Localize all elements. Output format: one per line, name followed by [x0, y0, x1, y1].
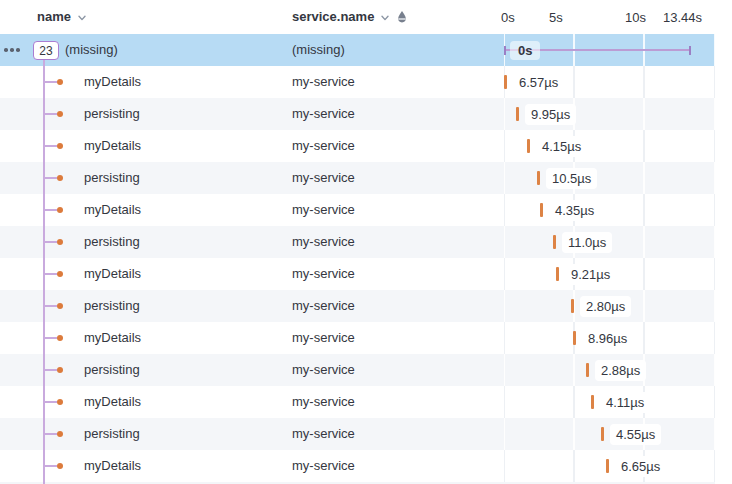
tree-connector [43, 465, 57, 467]
span-duration-tick [601, 427, 604, 441]
column-header-service-name[interactable]: service.name [292, 9, 408, 24]
span-service-name: my-service [292, 194, 355, 226]
span-name: myDetails [84, 322, 141, 354]
span-row[interactable]: myDetails my-service 6.57µs [0, 66, 715, 98]
tree-connector [43, 209, 57, 211]
span-duration-label: 4.35µs [549, 200, 600, 221]
time-axis-tick-label: 0s [501, 10, 515, 25]
timeline-gridline [504, 226, 506, 258]
root-span-name: (missing) [65, 34, 118, 66]
span-row[interactable]: persisting my-service 2.80µs [0, 290, 715, 322]
span-duration-tick [556, 267, 559, 281]
chevron-down-icon [77, 13, 87, 23]
span-row[interactable]: myDetails my-service 9.21µs [0, 258, 715, 290]
span-name: persisting [84, 418, 140, 450]
span-type-dot [57, 463, 63, 469]
span-row[interactable]: persisting my-service 11.0µs [0, 226, 715, 258]
span-type-dot [57, 239, 63, 245]
span-row[interactable]: persisting my-service 2.88µs [0, 354, 715, 386]
timeline-gridline [714, 418, 716, 450]
column-header-name[interactable]: name [37, 9, 87, 24]
span-row[interactable]: myDetails my-service 8.96µs [0, 322, 715, 354]
span-name: myDetails [84, 66, 141, 98]
tree-connector [43, 177, 57, 179]
span-service-name: my-service [292, 450, 355, 482]
column-header-name-label: name [37, 9, 71, 24]
span-row[interactable]: persisting my-service 4.55µs [0, 418, 715, 450]
timeline-gridline [714, 322, 716, 354]
row-actions-ellipsis-icon[interactable] [4, 34, 20, 66]
span-duration-label: 9.95µs [525, 104, 576, 125]
span-type-dot [57, 143, 63, 149]
timeline-gridline [714, 34, 716, 66]
span-name: myDetails [84, 450, 141, 482]
span-type-dot [57, 79, 63, 85]
column-header-service-name-label: service.name [292, 9, 374, 24]
span-duration-label: 2.80µs [580, 296, 631, 317]
timeline-gridline [643, 194, 645, 226]
timeline-gridline [714, 66, 716, 98]
span-row[interactable]: myDetails my-service 4.11µs [0, 386, 715, 418]
timeline-gridline [714, 226, 716, 258]
droplet-icon [396, 10, 408, 24]
timeline-gridline [643, 98, 645, 130]
span-type-dot [57, 111, 63, 117]
span-service-name: my-service [292, 162, 355, 194]
span-duration-tick [540, 203, 543, 217]
timeline-gridline [643, 130, 645, 162]
timeline-gridline [504, 354, 506, 386]
trace-bar-label: 0s [510, 41, 540, 60]
trace-root-row[interactable]: 23 (missing) (missing) 0s [0, 34, 715, 66]
span-service-name: my-service [292, 258, 355, 290]
timeline-gridline [504, 290, 506, 322]
timeline-gridline [643, 258, 645, 290]
timeline-gridline [573, 418, 575, 450]
span-name: persisting [84, 290, 140, 322]
timeline-gridline [643, 162, 645, 194]
span-type-dot [57, 207, 63, 213]
span-duration-label: 11.0µs [562, 232, 612, 253]
span-service-name: my-service [292, 130, 355, 162]
timeline-gridline [504, 418, 506, 450]
timeline-gridline [714, 130, 716, 162]
table-header: name service.name 0s5s10s13.44s [0, 0, 732, 34]
span-name: persisting [84, 98, 140, 130]
span-duration-label: 4.11µs [600, 392, 650, 413]
child-count-badge[interactable]: 23 [33, 41, 59, 60]
timeline-gridline [504, 386, 506, 418]
span-row[interactable]: myDetails my-service 6.65µs [0, 450, 715, 482]
timeline-gridline [714, 450, 716, 482]
timeline-gridline [504, 258, 506, 290]
span-row[interactable]: persisting my-service 9.95µs [0, 98, 715, 130]
timeline-gridline [643, 290, 645, 322]
span-duration-label: 6.57µs [513, 72, 564, 93]
timeline-gridline [714, 98, 716, 130]
timeline-gridline [573, 354, 575, 386]
time-axis-tick-label: 10s [625, 10, 646, 25]
span-name: persisting [84, 226, 140, 258]
span-duration-label: 10.5µs [546, 168, 597, 189]
span-duration-tick [573, 331, 576, 345]
span-row[interactable]: persisting my-service 10.5µs [0, 162, 715, 194]
tree-connector [43, 337, 57, 339]
timeline-gridline [504, 130, 506, 162]
span-row[interactable]: myDetails my-service 4.15µs [0, 130, 715, 162]
tree-connector [43, 241, 57, 243]
tree-connector [43, 305, 57, 307]
tree-connector [43, 401, 57, 403]
timeline-gridline [504, 162, 506, 194]
span-name: myDetails [84, 386, 141, 418]
span-service-name: my-service [292, 290, 355, 322]
span-duration-label: 8.96µs [582, 328, 633, 349]
tree-connector [43, 273, 57, 275]
timeline-gridline [573, 66, 575, 98]
span-duration-label: 6.65µs [615, 456, 666, 477]
trace-waterfall-panel: name service.name 0s5s10s13.44s 23 (miss… [0, 0, 732, 484]
time-axis-tick-label: 5s [549, 10, 563, 25]
timeline-gridline [504, 98, 506, 130]
span-row[interactable]: myDetails my-service 4.35µs [0, 194, 715, 226]
span-name: persisting [84, 354, 140, 386]
root-service-name: (missing) [292, 34, 345, 66]
timeline-gridline [504, 322, 506, 354]
span-duration-tick [516, 107, 519, 121]
